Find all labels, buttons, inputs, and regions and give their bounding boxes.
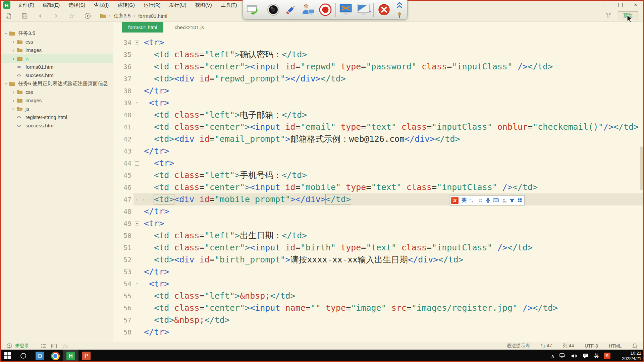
preview-button[interactable]: 预览 bbox=[618, 11, 638, 20]
breadcrumb-file[interactable]: forms01.html bbox=[138, 13, 167, 19]
tab-forms01-html[interactable]: forms01.html bbox=[122, 22, 163, 33]
menu-item[interactable]: 文件(F) bbox=[13, 0, 39, 10]
presenter-button[interactable] bbox=[301, 2, 315, 17]
outline-icon[interactable] bbox=[41, 344, 46, 348]
code-line[interactable]: 38</tr> bbox=[113, 85, 644, 97]
menu-item[interactable]: 视图(V) bbox=[191, 0, 216, 10]
code-line[interactable]: 50 <td class="left">出生日期：</td> bbox=[113, 230, 644, 242]
network-icon[interactable] bbox=[559, 353, 566, 359]
fold-marker[interactable]: − bbox=[135, 161, 139, 166]
login-status[interactable]: 未登录 bbox=[15, 343, 29, 349]
code-line[interactable]: 49−<tr> bbox=[113, 218, 644, 230]
terminal-icon[interactable] bbox=[51, 344, 57, 348]
tray-language-indicator[interactable]: 英 bbox=[594, 353, 599, 359]
code-line[interactable]: 39− <tr> bbox=[113, 97, 644, 109]
toolbox-icon[interactable] bbox=[518, 198, 522, 202]
cloud-icon[interactable] bbox=[62, 344, 68, 348]
code-line[interactable]: 42 <td><div id="email_prompt">邮箱格式示例：web… bbox=[113, 133, 644, 145]
emoji-icon[interactable]: ☺ bbox=[478, 197, 483, 203]
fold-marker[interactable]: − bbox=[135, 282, 139, 286]
pencil-button[interactable] bbox=[283, 2, 298, 17]
code-line[interactable]: 58</tr> bbox=[113, 326, 644, 338]
taskbar-app-powerpoint[interactable]: P bbox=[78, 350, 94, 362]
code-editor[interactable]: 34−<tr>35 <td class="left">确认密码：</td>36 … bbox=[113, 33, 644, 342]
code-line[interactable]: 48</tr> bbox=[113, 205, 644, 218]
minimize-button[interactable]: ─ bbox=[598, 1, 611, 8]
code-line[interactable]: 55 <td class="left">&nbsp;</td> bbox=[113, 290, 644, 302]
tree-item[interactable]: ›任务3.5 bbox=[0, 29, 113, 38]
new-file-button[interactable] bbox=[5, 12, 12, 19]
menu-item[interactable]: 运行(R) bbox=[139, 0, 165, 10]
back-button[interactable]: ‹ bbox=[37, 12, 44, 19]
pin-button[interactable] bbox=[397, 12, 402, 18]
tree-item[interactable]: ›images bbox=[0, 96, 113, 105]
menu-item[interactable]: 跳转(G) bbox=[113, 0, 139, 10]
tree-item[interactable]: ›images bbox=[0, 46, 113, 54]
menu-item[interactable]: 查找(I) bbox=[90, 0, 113, 10]
code-line[interactable]: 47····<td><div id="mobile_prompt"></div>… bbox=[113, 193, 644, 205]
taskbar-clock[interactable]: 10:21 2022/4/21 bbox=[614, 351, 641, 361]
volume-icon[interactable] bbox=[571, 353, 578, 359]
code-line[interactable]: 56 <td class="center"><input name="" typ… bbox=[113, 302, 644, 314]
fold-marker[interactable]: − bbox=[135, 101, 139, 105]
tree-item[interactable]: <>success.html bbox=[0, 71, 113, 79]
mic-icon[interactable] bbox=[486, 198, 490, 203]
tree-item[interactable]: ›js bbox=[0, 54, 113, 63]
code-line[interactable]: 57 <td>&nbsp;</td> bbox=[113, 314, 644, 326]
tab-check2101-js[interactable]: check2101.js bbox=[169, 22, 210, 33]
favorite-button[interactable]: ☆ bbox=[68, 12, 75, 19]
menu-item[interactable]: 工具(T) bbox=[216, 0, 241, 10]
maximize-button[interactable] bbox=[614, 1, 627, 8]
menu-item[interactable]: 选择(S) bbox=[64, 0, 90, 10]
taskbar-app-capture-app[interactable] bbox=[32, 350, 48, 362]
search-icon[interactable] bbox=[20, 353, 26, 359]
tree-item[interactable]: ›css bbox=[0, 88, 113, 96]
run-button[interactable] bbox=[84, 12, 91, 19]
code-line[interactable]: 54− <tr> bbox=[113, 278, 644, 290]
account-icon[interactable] bbox=[502, 198, 506, 203]
tree-item[interactable]: ›任务6 使用正则表达式验证注册页面信息 bbox=[0, 79, 113, 88]
stop-close-button[interactable] bbox=[377, 2, 391, 17]
code-line[interactable]: 51 <td class="center"><input id="birth" … bbox=[113, 242, 644, 254]
tree-item[interactable]: <>success.html bbox=[0, 121, 113, 130]
forward-button[interactable]: › bbox=[53, 12, 59, 19]
code-line[interactable]: 36 <td class="center"><input id="repwd" … bbox=[113, 61, 644, 73]
save-button[interactable] bbox=[21, 12, 28, 19]
taskbar-app-hbuilderx[interactable]: H bbox=[63, 350, 78, 362]
filter-icon[interactable] bbox=[606, 13, 611, 18]
status-item[interactable]: 行:47 bbox=[541, 343, 552, 349]
region-button[interactable]: ▾ bbox=[356, 2, 371, 17]
code-line[interactable]: 41 <td class="center"><input id="email" … bbox=[113, 121, 644, 133]
fold-marker[interactable]: − bbox=[135, 41, 139, 45]
bell-icon[interactable] bbox=[632, 343, 637, 349]
editor-scrollbar[interactable] bbox=[640, 146, 643, 190]
code-line[interactable]: 46 <td class="center"><input id="mobile"… bbox=[113, 181, 644, 193]
fold-marker[interactable]: − bbox=[135, 222, 139, 226]
tray-chevron-icon[interactable]: ∧ bbox=[551, 353, 554, 359]
code-line[interactable]: 52 <td><div id="birth_prompt">请按xxxx-xx-… bbox=[113, 254, 644, 266]
skin-icon[interactable] bbox=[509, 198, 515, 202]
code-line[interactable]: 45 <td class="left">手机号码：</td> bbox=[113, 169, 644, 181]
status-item[interactable]: HTML bbox=[609, 343, 622, 349]
status-item[interactable]: 列:44 bbox=[563, 343, 574, 349]
code-line[interactable]: 35 <td class="left">确认密码：</td> bbox=[113, 49, 644, 61]
sogou-logo-icon[interactable]: S bbox=[451, 197, 459, 204]
message-icon[interactable] bbox=[583, 353, 589, 359]
taskbar-app-chrome[interactable] bbox=[48, 350, 63, 362]
close-button[interactable]: ✕ bbox=[629, 1, 642, 8]
camera-lens-button[interactable] bbox=[266, 2, 281, 17]
start-button[interactable] bbox=[4, 352, 11, 359]
record-button[interactable] bbox=[318, 2, 332, 17]
code-line[interactable]: 53</tr> bbox=[113, 266, 644, 278]
menu-item[interactable]: 编辑(E) bbox=[39, 0, 64, 10]
ime-language-toggle[interactable]: 英 bbox=[462, 197, 467, 203]
breadcrumb-project[interactable]: 任务3.5 bbox=[114, 13, 131, 19]
tree-item[interactable]: ›js bbox=[0, 105, 113, 113]
code-line[interactable]: 40 <td class="left">电子邮箱：</td> bbox=[113, 109, 644, 121]
keyboard-icon[interactable] bbox=[493, 198, 499, 202]
menu-item[interactable]: 发行(U) bbox=[165, 0, 191, 10]
dropdown-arrow-icon[interactable]: ▾ bbox=[369, 9, 371, 14]
code-line[interactable]: 34−<tr> bbox=[113, 37, 644, 49]
punct-icon[interactable]: '， bbox=[470, 197, 475, 203]
code-line[interactable]: 43</tr> bbox=[113, 145, 644, 157]
